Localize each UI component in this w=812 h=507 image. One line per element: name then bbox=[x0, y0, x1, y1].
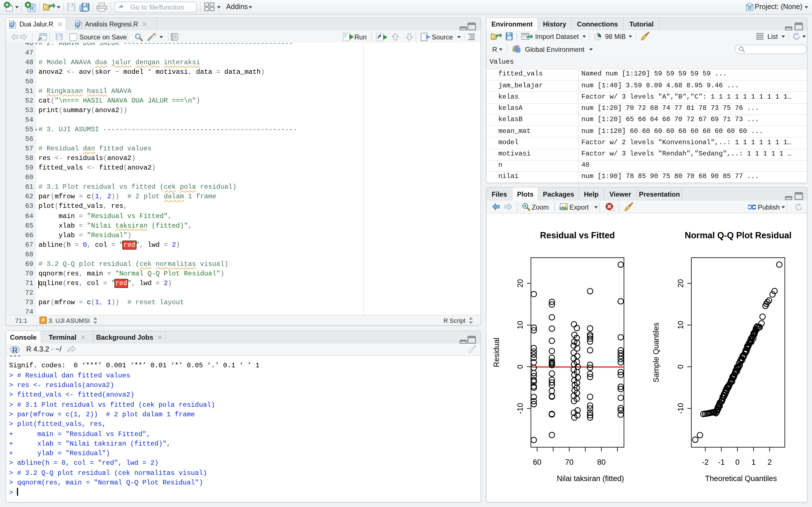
svg-text:20: 20 bbox=[676, 279, 685, 288]
svg-text:-10: -10 bbox=[516, 403, 524, 414]
svg-text:0: 0 bbox=[735, 458, 740, 466]
svg-text:-10: -10 bbox=[676, 403, 685, 414]
svg-text:Sample Quantiles: Sample Quantiles bbox=[652, 323, 660, 383]
svg-text:R: R bbox=[76, 22, 80, 27]
svg-text:Normal Q-Q Plot Residual: Normal Q-Q Plot Residual bbox=[685, 230, 792, 240]
svg-text:-1: -1 bbox=[718, 458, 725, 466]
svg-text:80: 80 bbox=[597, 458, 606, 466]
svg-text:R: R bbox=[10, 22, 14, 27]
svg-text:Nilai taksiran (fitted): Nilai taksiran (fitted) bbox=[557, 474, 624, 483]
svg-text:Residual vs Fitted: Residual vs Fitted bbox=[540, 230, 615, 240]
svg-text:70: 70 bbox=[565, 458, 573, 466]
svg-text:1: 1 bbox=[751, 458, 756, 466]
svg-text:R: R bbox=[748, 5, 751, 10]
svg-text:0: 0 bbox=[676, 364, 685, 369]
svg-text:10: 10 bbox=[516, 321, 524, 329]
svg-text:2: 2 bbox=[767, 458, 772, 466]
svg-text:Theoretical Quantiles: Theoretical Quantiles bbox=[705, 474, 777, 483]
svg-text:-2: -2 bbox=[702, 458, 709, 466]
svg-text:0: 0 bbox=[516, 364, 524, 369]
svg-text:10: 10 bbox=[676, 321, 685, 329]
svg-text:Residual: Residual bbox=[492, 338, 501, 367]
svg-text:60: 60 bbox=[533, 458, 541, 466]
svg-text:20: 20 bbox=[516, 279, 524, 288]
